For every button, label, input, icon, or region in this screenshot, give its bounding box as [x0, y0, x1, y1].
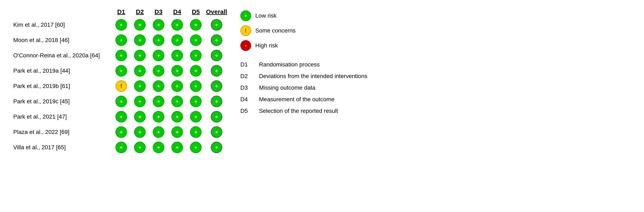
dot-cell-r5-d1: +	[130, 96, 149, 107]
dot-r2-d1: +	[134, 50, 146, 61]
dot-cell-r1-d3: +	[168, 34, 186, 46]
row-label-1: Moon et al., 2018 [46]	[12, 37, 112, 43]
legend-dot-green: +	[240, 10, 251, 21]
domain-desc-4: Selection of the reported result	[259, 108, 338, 114]
dot-cell-r8-d2: +	[149, 142, 168, 153]
dot-cell-r6-d5: +	[205, 111, 228, 123]
legend-dot-red: -	[240, 40, 251, 51]
row-label-2: O'Connor-Reina et al., 2020a [64]	[12, 52, 112, 59]
dot-cell-r1-d1: +	[130, 34, 149, 46]
dot-cell-r4-d2: +	[149, 80, 168, 92]
row-label-3: Park et al., 2019a [44]	[12, 67, 112, 74]
dot-r7-d2: +	[153, 126, 164, 138]
dot-cell-r6-d0: +	[112, 111, 130, 123]
dot-cell-r2-d5: +	[205, 50, 228, 61]
dot-r3-d0: +	[116, 65, 127, 77]
dot-cell-r0-d0: +	[112, 19, 130, 31]
dot-cell-r6-d3: +	[168, 111, 186, 123]
dot-cell-r2-d4: +	[186, 50, 205, 61]
legend-label-0: Low risk	[255, 12, 276, 19]
dot-r5-d3: +	[171, 96, 183, 107]
dot-r4-d1: +	[134, 80, 146, 92]
main-container: D1 D2 D3 D4 D5 Overall Kim et al., 2017 …	[12, 8, 632, 153]
dot-r4-d2: +	[153, 80, 164, 92]
dot-cell-r1-d0: +	[112, 34, 130, 46]
dot-cell-r0-d3: +	[168, 19, 186, 31]
dot-cell-r7-d2: +	[149, 126, 168, 138]
table-grid: D1 D2 D3 D4 D5 Overall	[12, 8, 228, 15]
row-label-5: Park et al., 2019c [45]	[12, 98, 112, 105]
domain-code-0: D1	[240, 61, 251, 68]
domain-desc-2: Missing outcome data	[259, 84, 315, 91]
dot-cell-r7-d0: +	[112, 126, 130, 138]
domain-desc-3: Measurement of the outcome	[259, 96, 334, 103]
row-label-8: Villa et al., 2017 [65]	[12, 144, 112, 151]
dot-r6-d3: +	[171, 111, 183, 123]
col-header-overall: Overall	[205, 8, 228, 15]
dot-r4-d0: !	[116, 80, 127, 92]
dot-cell-r0-d4: +	[186, 19, 205, 31]
dot-cell-r3-d5: +	[205, 65, 228, 77]
dot-cell-r7-d4: +	[186, 126, 205, 138]
dot-cell-r3-d2: +	[149, 65, 168, 77]
dot-cell-r6-d4: +	[186, 111, 205, 123]
dot-r0-d1: +	[134, 19, 146, 31]
dot-cell-r1-d5: +	[205, 34, 228, 46]
dot-r0-d0: +	[116, 19, 127, 31]
dot-r2-d3: +	[171, 50, 183, 61]
dot-r3-d4: +	[190, 65, 202, 77]
dot-cell-r2-d0: +	[112, 50, 130, 61]
col-header-d3: D3	[149, 8, 168, 15]
dot-r0-d2: +	[153, 19, 164, 31]
dot-r7-d5: +	[211, 126, 222, 138]
dot-r6-d0: +	[116, 111, 127, 123]
dot-cell-r3-d0: +	[112, 65, 130, 77]
domain-code-3: D4	[240, 96, 251, 103]
dot-cell-r8-d0: +	[112, 142, 130, 153]
domain-code-2: D3	[240, 84, 251, 91]
dot-r1-d4: +	[190, 34, 202, 46]
dot-r2-d2: +	[153, 50, 164, 61]
dot-r2-d4: +	[190, 50, 202, 61]
dot-r3-d1: +	[134, 65, 146, 77]
legend-item-0: +Low risk	[240, 10, 632, 21]
domain-code-4: D5	[240, 108, 251, 114]
legend-label-1: Some concerns	[255, 27, 296, 34]
domain-item-2: D3Missing outcome data	[240, 84, 632, 91]
dot-r0-d3: +	[171, 19, 183, 31]
dot-r3-d5: +	[211, 65, 222, 77]
dot-cell-r0-d5: +	[205, 19, 228, 31]
dot-cell-r7-d5: +	[205, 126, 228, 138]
dot-r8-d5: +	[211, 142, 222, 153]
dot-cell-r4-d5: +	[205, 80, 228, 92]
legend-section: +Low risk!Some concerns-High risk	[240, 10, 632, 51]
legend-dot-yellow: !	[240, 25, 251, 36]
dot-r8-d0: +	[116, 142, 127, 153]
data-rows: Kim et al., 2017 [60]++++++Moon et al., …	[12, 19, 228, 153]
domain-desc-0: Randomisation process	[259, 61, 320, 68]
dot-cell-r0-d2: +	[149, 19, 168, 31]
dot-cell-r3-d3: +	[168, 65, 186, 77]
legend-label-2: High risk	[255, 42, 278, 49]
dot-r4-d5: +	[211, 80, 222, 92]
dot-cell-r4-d4: +	[186, 80, 205, 92]
domain-item-0: D1Randomisation process	[240, 61, 632, 68]
row-label-4: Park et al., 2019b [61]	[12, 83, 112, 89]
dot-cell-r5-d0: +	[112, 96, 130, 107]
col-header-d1: D1	[112, 8, 130, 15]
dot-cell-r4-d1: +	[130, 80, 149, 92]
dot-r8-d4: +	[190, 142, 202, 153]
dot-r6-d5: +	[211, 111, 222, 123]
dot-r3-d2: +	[153, 65, 164, 77]
dot-r4-d4: +	[190, 80, 202, 92]
dot-cell-r8-d4: +	[186, 142, 205, 153]
col-header-d5: D5	[186, 8, 205, 15]
dot-r8-d1: +	[134, 142, 146, 153]
dot-cell-r6-d2: +	[149, 111, 168, 123]
domain-item-1: D2Deviations from the intended intervent…	[240, 73, 632, 79]
dot-cell-r1-d2: +	[149, 34, 168, 46]
domain-code-1: D2	[240, 73, 251, 79]
domain-desc-1: Deviations from the intended interventio…	[259, 73, 368, 79]
dot-cell-r8-d5: +	[205, 142, 228, 153]
row-label-7: Plaza et al., 2022 [69]	[12, 129, 112, 135]
